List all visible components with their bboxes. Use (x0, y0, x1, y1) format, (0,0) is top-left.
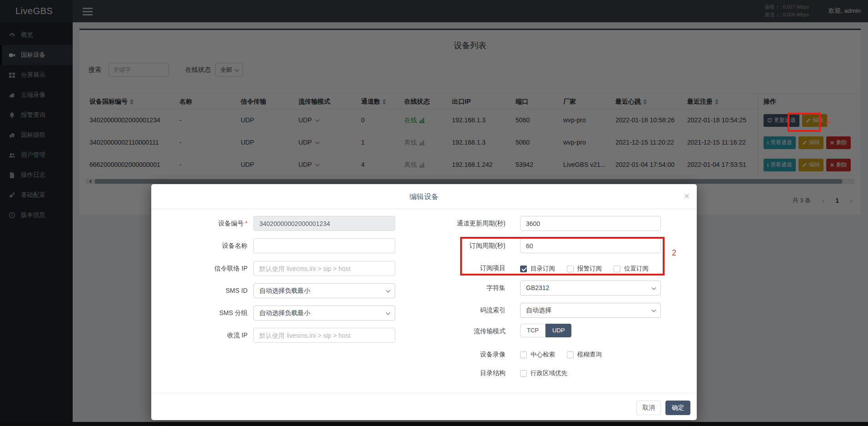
stream-index-select[interactable]: 自动选择 (520, 303, 661, 318)
chevron-down-icon (652, 307, 656, 312)
device-name-input[interactable] (253, 238, 395, 253)
device-record-options: 中心检索 模糊查询 (520, 351, 610, 359)
admin-region-first-label: 行政区域优先 (531, 369, 567, 377)
cancel-button[interactable]: 取消 (636, 401, 661, 415)
annotation-box-2 (460, 237, 665, 276)
close-icon[interactable]: × (684, 190, 689, 202)
transport-toggle: TCP UDP (520, 324, 571, 337)
annotation-label-1: 1 (826, 116, 830, 125)
device-record-label: 设备录像 (415, 347, 506, 362)
chevron-down-icon (386, 288, 391, 292)
chevron-down-icon (652, 285, 656, 290)
recv-ip-input[interactable] (253, 328, 395, 343)
required-mark: * (245, 220, 248, 227)
tcp-option[interactable]: TCP (520, 324, 546, 337)
sms-group-label: SMS 分组 (170, 306, 248, 321)
device-id-label: 设备编号* (170, 216, 248, 231)
recv-ip-label: 收流 IP (170, 328, 248, 343)
fuzzy-query-label: 模糊查询 (577, 351, 602, 359)
annotation-label-2: 2 (672, 248, 676, 258)
contact-ip-input[interactable] (253, 261, 395, 276)
charset-label: 字符集 (415, 281, 506, 296)
dir-structure-options: 行政区域优先 (520, 369, 575, 377)
device-id-input (253, 216, 395, 231)
contact-ip-label: 信令联络 IP (170, 261, 248, 276)
transport-mode-label: 流传输模式 (415, 324, 506, 339)
udp-option[interactable]: UDP (546, 324, 571, 337)
device-name-label: 设备名称 (170, 238, 248, 253)
fuzzy-query-checkbox[interactable] (567, 351, 574, 358)
dir-structure-label: 目录结构 (415, 366, 506, 381)
chevron-down-icon (386, 310, 391, 315)
modal-title: 编辑设备 (151, 184, 697, 209)
admin-region-first-checkbox[interactable] (520, 370, 527, 377)
center-search-label: 中心检索 (531, 351, 555, 359)
sms-group-select[interactable]: 自动选择负载最小 (253, 306, 395, 321)
annotation-box-1 (788, 113, 821, 132)
sms-id-select[interactable]: 自动选择负载最小 (253, 283, 395, 298)
charset-select[interactable]: GB2312 (520, 281, 661, 296)
center-search-checkbox[interactable] (520, 351, 527, 358)
sms-id-label: SMS ID (170, 283, 248, 298)
edit-device-modal: 编辑设备 × 设备编号* 设备名称 信令联络 IP SMS ID 自动选择负载最… (151, 184, 697, 420)
channel-period-label: 通道更新周期(秒) (415, 216, 506, 231)
modal-footer: 取消 确定 (151, 393, 697, 420)
stream-index-label: 码流索引 (415, 303, 506, 318)
confirm-button[interactable]: 确定 (665, 401, 690, 415)
modal-header: 编辑设备 × (151, 184, 697, 209)
channel-period-input[interactable] (520, 216, 661, 231)
